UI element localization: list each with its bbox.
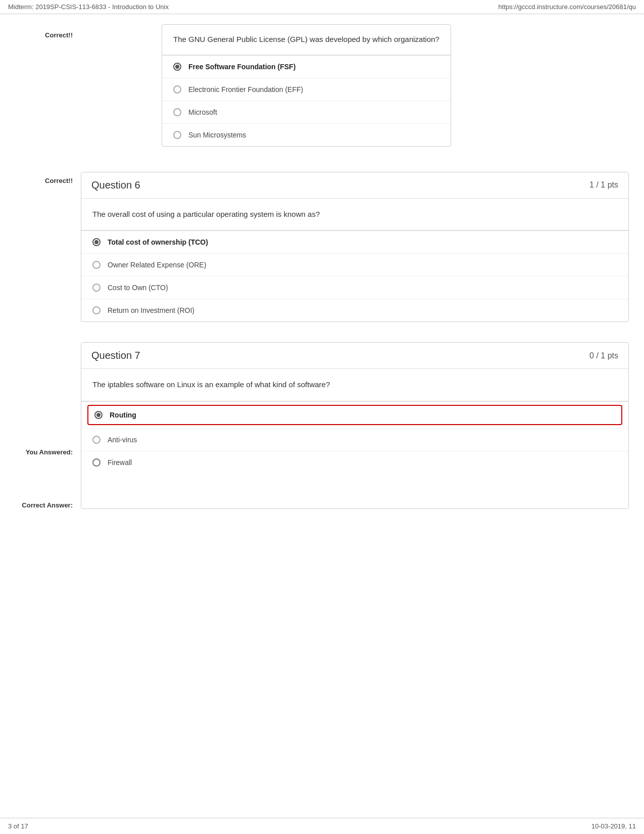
q7-option-2[interactable]: Anti-virus: [81, 428, 628, 451]
q6-option-1[interactable]: Total cost of ownership (TCO): [81, 230, 628, 253]
q5-option-4[interactable]: Sun Microsystems: [162, 123, 451, 146]
q5-radio-4: [173, 131, 181, 139]
q7-points: 0 / 1 pts: [589, 351, 618, 360]
question-7-wrapper: You Answered: Correct Answer: Question 7…: [0, 342, 644, 509]
question-6-card: Question 6 1 / 1 pts The overall cost of…: [81, 172, 629, 322]
q5-option-1-text: Free Software Foundation (FSF): [188, 63, 295, 71]
q7-question-text: The iptables software on Linux is an exa…: [81, 369, 628, 401]
q6-option-2-text: Owner Related Expense (ORE): [108, 261, 206, 269]
q5-option-3[interactable]: Microsoft: [162, 101, 451, 123]
q5-option-4-text: Sun Microsystems: [188, 131, 246, 139]
q5-option-2[interactable]: Electronic Frontier Foundation (EFF): [162, 78, 451, 101]
q6-header: Question 6 1 / 1 pts: [81, 172, 628, 199]
q5-options: Free Software Foundation (FSF) Electroni…: [162, 55, 451, 146]
q6-option-4-text: Return on Investment (ROI): [108, 306, 194, 314]
q5-option-1[interactable]: Free Software Foundation (FSF): [162, 55, 451, 78]
q6-option-2[interactable]: Owner Related Expense (ORE): [81, 253, 628, 276]
question-5-wrapper: Correct!! The GNU General Public License…: [0, 24, 644, 152]
q7-option-1-wrong-box[interactable]: Routing: [87, 405, 622, 425]
question-5-card: The GNU General Public License (GPL) was…: [162, 24, 451, 147]
q6-option-4[interactable]: Return on Investment (ROI): [81, 299, 628, 321]
q7-header: Question 7 0 / 1 pts: [81, 343, 628, 369]
q6-radio-1: [92, 238, 101, 246]
q5-radio-1: [173, 63, 181, 71]
question-6-wrapper: Correct!! Question 6 1 / 1 pts The overa…: [0, 172, 644, 322]
q5-side-label: Correct!!: [10, 24, 81, 152]
footer-date-info: 10-03-2019, 11: [591, 822, 636, 830]
q6-option-1-text: Total cost of ownership (TCO): [108, 238, 208, 246]
q6-option-3[interactable]: Cost to Own (CTO): [81, 276, 628, 299]
q6-question-text: The overall cost of using a particular o…: [81, 199, 628, 230]
footer-bar: 3 of 17 10-03-2019, 11: [0, 818, 644, 834]
q6-option-3-text: Cost to Own (CTO): [108, 284, 168, 292]
q5-option-3-text: Microsoft: [188, 108, 217, 116]
q7-body: The iptables software on Linux is an exa…: [81, 369, 628, 401]
q5-correct-label: Correct!!: [45, 31, 73, 39]
q7-option-3[interactable]: Firewall: [81, 451, 628, 474]
q7-correct-answer-label: Correct Answer:: [10, 501, 73, 509]
header-title: Midterm: 2019SP-CSIS-113-6833 - Introduc…: [8, 3, 169, 11]
q5-radio-3: [173, 108, 181, 116]
q5-radio-2: [173, 85, 181, 94]
q6-options: Total cost of ownership (TCO) Owner Rela…: [81, 230, 628, 321]
q6-title: Question 6: [91, 179, 140, 191]
q7-radio-1: [94, 411, 103, 419]
q6-body: The overall cost of using a particular o…: [81, 199, 628, 231]
q7-title: Question 7: [91, 350, 140, 361]
q6-radio-2: [92, 261, 101, 269]
header-bar: Midterm: 2019SP-CSIS-113-6833 - Introduc…: [0, 0, 644, 14]
question-7-card: Question 7 0 / 1 pts The iptables softwa…: [81, 342, 629, 509]
q5-option-2-text: Electronic Frontier Foundation (EFF): [188, 85, 303, 94]
q6-side-label: Correct!!: [10, 172, 81, 322]
q5-question-text: The GNU General Public License (GPL) was…: [162, 25, 451, 55]
q7-option-1-container: Routing: [81, 401, 628, 428]
footer-page-info: 3 of 17: [8, 822, 28, 830]
q6-points: 1 / 1 pts: [589, 180, 618, 190]
q7-option-3-text: Firewall: [108, 458, 132, 467]
q6-radio-4: [92, 306, 101, 314]
q6-radio-3: [92, 284, 101, 292]
q7-option-2-text: Anti-virus: [108, 436, 137, 444]
q7-you-answered-label: You Answered:: [10, 342, 73, 456]
main-content: Correct!! The GNU General Public License…: [0, 14, 644, 539]
q7-option-1-text: Routing: [110, 411, 136, 419]
header-url: https://gcccd.instructure.com/courses/20…: [499, 3, 636, 11]
q7-radio-2: [92, 436, 101, 444]
q7-side-area: You Answered: Correct Answer:: [10, 342, 81, 509]
q7-radio-3: [92, 458, 101, 467]
